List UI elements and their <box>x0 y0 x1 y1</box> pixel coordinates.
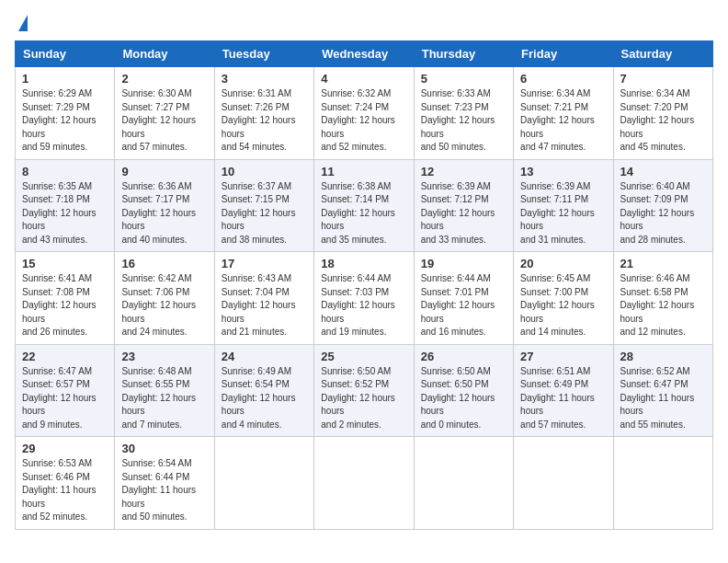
calendar-cell <box>514 437 613 530</box>
day-number: 14 <box>620 165 706 178</box>
day-number: 6 <box>520 72 606 86</box>
day-number: 4 <box>321 72 406 86</box>
day-number: 7 <box>620 72 706 86</box>
calendar-cell: 7Sunrise: 6:34 AMSunset: 7:20 PMDaylight… <box>613 67 712 160</box>
calendar-cell: 19Sunrise: 6:44 AMSunset: 7:01 PMDayligh… <box>414 252 513 345</box>
calendar-cell: 11Sunrise: 6:38 AMSunset: 7:14 PMDayligh… <box>314 159 414 252</box>
cell-content: Sunrise: 6:34 AMSunset: 7:20 PMDaylight:… <box>620 87 706 155</box>
calendar-cell: 25Sunrise: 6:50 AMSunset: 6:52 PMDayligh… <box>314 344 414 437</box>
day-number: 22 <box>22 350 108 363</box>
calendar-week-row: 1Sunrise: 6:29 AMSunset: 7:29 PMDaylight… <box>16 67 713 160</box>
cell-content: Sunrise: 6:39 AMSunset: 7:12 PMDaylight:… <box>421 180 506 247</box>
calendar-cell: 30Sunrise: 6:54 AMSunset: 6:44 PMDayligh… <box>115 437 214 530</box>
day-number: 27 <box>520 350 606 363</box>
calendar-cell: 3Sunrise: 6:31 AMSunset: 7:26 PMDaylight… <box>214 67 313 160</box>
calendar-cell <box>414 437 513 530</box>
cell-content: Sunrise: 6:39 AMSunset: 7:11 PMDaylight:… <box>520 180 606 247</box>
cell-content: Sunrise: 6:36 AMSunset: 7:17 PMDaylight:… <box>121 180 207 247</box>
cell-content: Sunrise: 6:49 AMSunset: 6:54 PMDaylight:… <box>222 365 307 432</box>
calendar-week-row: 22Sunrise: 6:47 AMSunset: 6:57 PMDayligh… <box>16 344 713 437</box>
calendar-cell <box>214 437 313 530</box>
cell-content: Sunrise: 6:54 AMSunset: 6:44 PMDaylight:… <box>121 457 207 524</box>
cell-content: Sunrise: 6:30 AMSunset: 7:27 PMDaylight:… <box>121 87 207 155</box>
calendar-cell <box>613 437 712 530</box>
day-number: 20 <box>520 257 606 270</box>
day-number: 17 <box>222 257 307 270</box>
day-number: 16 <box>121 257 207 270</box>
cell-content: Sunrise: 6:50 AMSunset: 6:52 PMDaylight:… <box>321 365 406 432</box>
day-number: 1 <box>22 72 108 86</box>
day-header-monday: Monday <box>115 41 214 67</box>
day-header-wednesday: Wednesday <box>314 41 414 67</box>
cell-content: Sunrise: 6:51 AMSunset: 6:49 PMDaylight:… <box>520 365 606 432</box>
day-number: 9 <box>121 165 207 178</box>
calendar-cell: 16Sunrise: 6:42 AMSunset: 7:06 PMDayligh… <box>115 252 214 345</box>
calendar-cell: 12Sunrise: 6:39 AMSunset: 7:12 PMDayligh… <box>414 159 513 252</box>
cell-content: Sunrise: 6:46 AMSunset: 6:58 PMDaylight:… <box>620 272 706 339</box>
calendar-week-row: 8Sunrise: 6:35 AMSunset: 7:18 PMDaylight… <box>16 159 713 252</box>
calendar-cell: 2Sunrise: 6:30 AMSunset: 7:27 PMDaylight… <box>115 67 214 160</box>
day-number: 23 <box>121 350 207 363</box>
day-number: 5 <box>421 72 506 86</box>
calendar-cell: 15Sunrise: 6:41 AMSunset: 7:08 PMDayligh… <box>16 252 115 345</box>
cell-content: Sunrise: 6:53 AMSunset: 6:46 PMDaylight:… <box>22 457 108 524</box>
day-number: 10 <box>222 165 307 178</box>
calendar-cell: 5Sunrise: 6:33 AMSunset: 7:23 PMDaylight… <box>414 67 513 160</box>
day-number: 12 <box>421 165 506 178</box>
day-number: 15 <box>22 257 108 270</box>
calendar-header-row: SundayMondayTuesdayWednesdayThursdayFrid… <box>16 41 713 67</box>
calendar-week-row: 15Sunrise: 6:41 AMSunset: 7:08 PMDayligh… <box>16 252 713 345</box>
cell-content: Sunrise: 6:29 AMSunset: 7:29 PMDaylight:… <box>22 87 108 155</box>
cell-content: Sunrise: 6:52 AMSunset: 6:47 PMDaylight:… <box>620 365 706 432</box>
cell-content: Sunrise: 6:40 AMSunset: 7:09 PMDaylight:… <box>620 180 706 247</box>
cell-content: Sunrise: 6:48 AMSunset: 6:55 PMDaylight:… <box>121 365 207 432</box>
calendar-cell: 20Sunrise: 6:45 AMSunset: 7:00 PMDayligh… <box>514 252 613 345</box>
calendar-cell: 27Sunrise: 6:51 AMSunset: 6:49 PMDayligh… <box>514 344 613 437</box>
day-number: 30 <box>121 442 207 455</box>
day-number: 13 <box>520 165 606 178</box>
calendar-cell: 28Sunrise: 6:52 AMSunset: 6:47 PMDayligh… <box>613 344 712 437</box>
cell-content: Sunrise: 6:45 AMSunset: 7:00 PMDaylight:… <box>520 272 606 339</box>
calendar-cell: 14Sunrise: 6:40 AMSunset: 7:09 PMDayligh… <box>613 159 712 252</box>
calendar-table: SundayMondayTuesdayWednesdayThursdayFrid… <box>15 40 713 530</box>
day-number: 2 <box>121 72 207 86</box>
calendar-cell: 10Sunrise: 6:37 AMSunset: 7:15 PMDayligh… <box>214 159 313 252</box>
calendar-cell: 21Sunrise: 6:46 AMSunset: 6:58 PMDayligh… <box>613 252 712 345</box>
day-header-saturday: Saturday <box>613 41 712 67</box>
calendar-cell: 23Sunrise: 6:48 AMSunset: 6:55 PMDayligh… <box>115 344 214 437</box>
day-number: 26 <box>421 350 506 363</box>
cell-content: Sunrise: 6:44 AMSunset: 7:03 PMDaylight:… <box>321 272 406 339</box>
day-header-thursday: Thursday <box>414 41 513 67</box>
page-header <box>15 15 713 29</box>
day-number: 3 <box>222 72 307 86</box>
cell-content: Sunrise: 6:50 AMSunset: 6:50 PMDaylight:… <box>421 365 506 432</box>
day-number: 19 <box>421 257 506 270</box>
cell-content: Sunrise: 6:44 AMSunset: 7:01 PMDaylight:… <box>421 272 506 339</box>
calendar-cell: 8Sunrise: 6:35 AMSunset: 7:18 PMDaylight… <box>16 159 115 252</box>
day-header-friday: Friday <box>514 41 613 67</box>
cell-content: Sunrise: 6:37 AMSunset: 7:15 PMDaylight:… <box>222 180 307 247</box>
calendar-cell: 26Sunrise: 6:50 AMSunset: 6:50 PMDayligh… <box>414 344 513 437</box>
cell-content: Sunrise: 6:31 AMSunset: 7:26 PMDaylight:… <box>222 87 307 155</box>
day-number: 29 <box>22 442 108 455</box>
day-header-tuesday: Tuesday <box>214 41 313 67</box>
day-number: 21 <box>620 257 706 270</box>
day-number: 28 <box>620 350 706 363</box>
calendar-cell: 29Sunrise: 6:53 AMSunset: 6:46 PMDayligh… <box>16 437 115 530</box>
calendar-week-row: 29Sunrise: 6:53 AMSunset: 6:46 PMDayligh… <box>16 437 713 530</box>
calendar-cell: 9Sunrise: 6:36 AMSunset: 7:17 PMDaylight… <box>115 159 214 252</box>
logo <box>15 15 28 29</box>
logo-icon <box>18 15 28 31</box>
calendar-cell: 24Sunrise: 6:49 AMSunset: 6:54 PMDayligh… <box>214 344 313 437</box>
calendar-cell: 4Sunrise: 6:32 AMSunset: 7:24 PMDaylight… <box>314 67 414 160</box>
cell-content: Sunrise: 6:42 AMSunset: 7:06 PMDaylight:… <box>121 272 207 339</box>
calendar-cell: 1Sunrise: 6:29 AMSunset: 7:29 PMDaylight… <box>16 67 115 160</box>
day-header-sunday: Sunday <box>16 41 115 67</box>
calendar-cell <box>314 437 414 530</box>
day-number: 25 <box>321 350 406 363</box>
day-number: 18 <box>321 257 406 270</box>
day-number: 24 <box>222 350 307 363</box>
cell-content: Sunrise: 6:41 AMSunset: 7:08 PMDaylight:… <box>22 272 108 339</box>
day-number: 11 <box>321 165 406 178</box>
calendar-cell: 17Sunrise: 6:43 AMSunset: 7:04 PMDayligh… <box>214 252 313 345</box>
